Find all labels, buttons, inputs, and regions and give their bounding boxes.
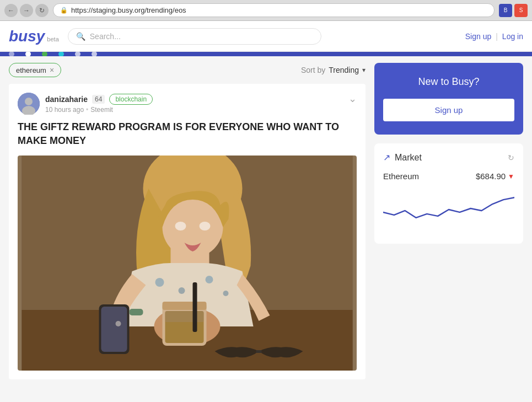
tag-filter-label: ethereum [16, 66, 46, 74]
url-text: https://staging.busy.org/trending/eos [71, 6, 186, 14]
nav-dot-5 [75, 52, 80, 56]
tag-filter: ethereum × [9, 63, 61, 77]
nav-dot-6 [92, 52, 97, 56]
market-refresh-button[interactable]: ↻ [508, 153, 514, 162]
search-input[interactable] [90, 32, 313, 41]
reload-button[interactable]: ↻ [35, 4, 49, 17]
main-content: ethereum × Sort by Trending ▾ [0, 56, 532, 393]
author-reputation: 64 [92, 95, 105, 104]
chevron-down-icon[interactable]: ▾ [362, 66, 366, 74]
left-column: ethereum × Sort by Trending ▾ [9, 63, 366, 386]
author-name[interactable]: danizaharie [45, 95, 88, 104]
post-card: danizaharie 64 blockchain 10 hours ago •… [9, 84, 366, 379]
browser-nav-buttons: ← → ↻ [4, 4, 49, 17]
logo-area: busy beta [9, 28, 59, 45]
new-to-busy-title: New to Busy? [383, 76, 514, 88]
post-image-svg [18, 156, 357, 371]
browser-extensions: B S [499, 4, 528, 17]
right-sidebar: New to Busy? Sign up ↗ Market ↻ Ethereum… [374, 63, 523, 386]
sort-value[interactable]: Trending [329, 66, 359, 74]
lock-icon: 🔒 [60, 7, 68, 14]
ethereum-chart [383, 187, 514, 226]
url-bar[interactable]: 🔒 https://staging.busy.org/trending/eos [53, 3, 495, 17]
avatar-image [18, 93, 40, 115]
price-trend-icon: ▼ [508, 173, 514, 180]
market-card: ↗ Market ↻ Ethereum $684.90 ▼ [374, 143, 523, 244]
market-header: ↗ Market ↻ [383, 152, 514, 163]
market-title-area: ↗ Market [383, 152, 422, 163]
sort-area: Sort by Trending ▾ [301, 66, 366, 74]
post-title[interactable]: THE GIFTZ REWARD PROGRAM IS FOR EVERYONE… [18, 120, 357, 148]
ethereum-price: $684.90 [476, 171, 506, 181]
header-right: Sign up | Log in [465, 32, 523, 41]
chart-svg [383, 187, 514, 226]
browser-chrome: ← → ↻ 🔒 https://staging.busy.org/trendin… [0, 0, 532, 21]
extension-2-icon: S [514, 4, 528, 17]
search-bar-container: 🔍 [68, 28, 321, 45]
post-author-area: danizaharie 64 blockchain 10 hours ago •… [18, 93, 153, 115]
post-image [18, 156, 357, 371]
author-info: danizaharie 64 blockchain 10 hours ago •… [45, 94, 153, 114]
avatar [18, 93, 40, 115]
market-item-ethereum: Ethereum $684.90 ▼ [383, 171, 514, 226]
filter-bar: ethereum × Sort by Trending ▾ [9, 63, 366, 77]
svg-point-1 [25, 98, 33, 105]
nav-dot-4 [58, 52, 64, 56]
sort-label: Sort by [301, 66, 325, 74]
author-tag[interactable]: blockchain [109, 94, 153, 105]
market-price-area: $684.90 ▼ [476, 171, 514, 181]
back-button[interactable]: ← [4, 4, 18, 17]
logo-beta: beta [47, 36, 58, 42]
expand-icon[interactable]: ⌄ [348, 93, 357, 105]
post-meta: 10 hours ago • Steemit [45, 106, 153, 114]
nav-dot-3 [42, 52, 47, 56]
login-link[interactable]: Log in [502, 32, 523, 41]
forward-button[interactable]: → [20, 4, 33, 17]
new-to-busy-card: New to Busy? Sign up [374, 63, 523, 135]
svg-rect-27 [22, 156, 353, 371]
post-header: danizaharie 64 blockchain 10 hours ago •… [18, 93, 357, 115]
market-row-ethereum: Ethereum $684.90 ▼ [383, 171, 514, 181]
tag-close-button[interactable]: × [50, 66, 54, 74]
nav-dot-2 [25, 52, 31, 56]
post-time: 10 hours ago [45, 106, 84, 114]
header-divider: | [496, 32, 498, 41]
new-to-busy-signup-button[interactable]: Sign up [383, 99, 514, 121]
meta-dot: • [86, 106, 88, 114]
market-title: Market [395, 153, 422, 163]
ethereum-name: Ethereum [383, 171, 419, 181]
author-row: danizaharie 64 blockchain [45, 94, 153, 105]
extension-1-icon: B [499, 4, 512, 17]
signup-link[interactable]: Sign up [465, 32, 491, 41]
nav-bar [0, 52, 532, 56]
nav-dot-1 [9, 52, 14, 56]
logo-text[interactable]: busy [9, 28, 45, 45]
app-header: busy beta 🔍 Sign up | Log in [0, 21, 532, 52]
post-source: Steemit [90, 106, 113, 114]
market-icon: ↗ [383, 152, 390, 163]
search-icon: 🔍 [76, 32, 85, 41]
